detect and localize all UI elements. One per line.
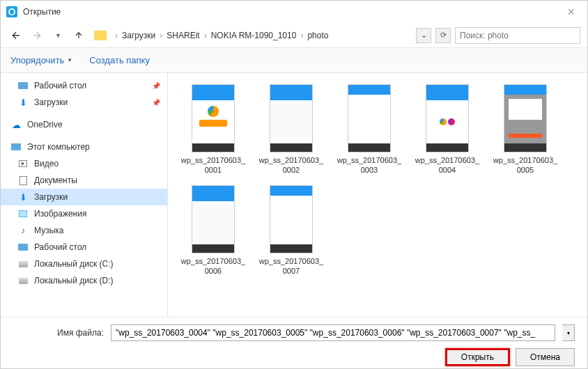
sidebar: Рабочий стол 📌 Загрузки 📌 OneDrive Этот …: [1, 73, 168, 317]
file-label: wp_ss_20170603_0004: [413, 155, 481, 175]
file-item[interactable]: wp_ss_20170603_0005: [488, 81, 562, 178]
sidebar-item-downloads[interactable]: Загрузки 📌: [1, 94, 167, 111]
filename-input[interactable]: [111, 324, 555, 341]
onedrive-icon: [10, 120, 22, 129]
navigation-bar: ▾ › Загрузки › SHAREit › NOKIA RM-1090_1…: [1, 23, 587, 48]
up-button[interactable]: [70, 27, 87, 44]
sidebar-item-video[interactable]: Видео: [1, 155, 167, 172]
recent-dropdown[interactable]: ▾: [49, 27, 66, 44]
video-icon: [17, 159, 29, 168]
cancel-button[interactable]: Отмена: [516, 348, 575, 366]
crumb-item[interactable]: photo: [304, 31, 331, 40]
file-thumbnail: [504, 84, 547, 152]
crumb-item[interactable]: NOKIA RM-1090_1010: [208, 31, 300, 40]
back-button[interactable]: [8, 27, 24, 44]
file-item[interactable]: wp_ss_20170603_0006: [176, 182, 250, 279]
music-icon: [17, 226, 29, 235]
file-label: wp_ss_20170603_0003: [335, 155, 403, 175]
sidebar-item-label: Музыка: [34, 226, 63, 235]
forward-button[interactable]: [29, 27, 45, 44]
file-thumbnail: [192, 185, 235, 253]
docs-icon: [17, 175, 29, 185]
file-item[interactable]: wp_ss_20170603_0004: [410, 81, 484, 178]
sidebar-item-label: Видео: [34, 159, 59, 168]
search-input[interactable]: [455, 27, 580, 44]
file-thumbnail: [348, 84, 391, 152]
pin-icon: 📌: [152, 82, 160, 90]
crumb-sep: ›: [158, 31, 164, 40]
disk-icon: [17, 276, 29, 285]
images-icon: [17, 209, 29, 219]
sidebar-item-label: Рабочий стол: [34, 242, 86, 252]
sidebar-item-disk-d[interactable]: Локальный диск (D:): [1, 272, 167, 289]
file-label: wp_ss_20170603_0001: [179, 155, 247, 175]
dialog-title: Открытие: [23, 7, 561, 17]
sidebar-item-label: OneDrive: [27, 120, 63, 129]
chevron-down-icon: ▼: [67, 57, 72, 63]
folder-icon: [94, 31, 107, 40]
file-thumbnail: [270, 84, 313, 152]
bottom-bar: Имя файла: ▾ Открыть Отмена: [1, 317, 587, 369]
crumb-item[interactable]: SHAREit: [164, 31, 202, 40]
sidebar-item-label: Загрузки: [34, 192, 68, 202]
file-thumbnail: [192, 84, 235, 152]
new-folder-button[interactable]: Создать папку: [89, 55, 150, 65]
sidebar-item-label: Загрузки: [34, 97, 68, 107]
sidebar-item-desktop[interactable]: Рабочий стол 📌: [1, 77, 167, 94]
crumb-sep: ›: [203, 31, 208, 40]
file-list[interactable]: wp_ss_20170603_0001wp_ss_20170603_0002wp…: [168, 73, 587, 317]
pin-icon: 📌: [152, 99, 160, 107]
file-thumbnail: [426, 84, 469, 152]
toolbar: Упорядочить ▼ Создать папку: [1, 48, 587, 73]
sidebar-item-desktop-pc[interactable]: Рабочий стол: [1, 239, 167, 256]
download-icon: [17, 97, 29, 107]
filename-label: Имя файла:: [13, 328, 104, 338]
close-button[interactable]: ✕: [561, 5, 582, 19]
file-item[interactable]: wp_ss_20170603_0003: [332, 81, 406, 178]
download-icon: [17, 192, 29, 202]
sidebar-item-label: Локальный диск (D:): [34, 276, 114, 285]
file-label: wp_ss_20170603_0005: [491, 155, 559, 175]
sidebar-onedrive[interactable]: OneDrive: [1, 116, 167, 133]
sidebar-item-images[interactable]: Изображения: [1, 205, 167, 222]
sidebar-item-label: Этот компьютер: [27, 142, 90, 152]
file-item[interactable]: wp_ss_20170603_0002: [254, 81, 328, 178]
breadcrumb[interactable]: › Загрузки › SHAREit › NOKIA RM-1090_101…: [114, 31, 412, 40]
sidebar-item-label: Рабочий стол: [34, 81, 86, 91]
disk-icon: [17, 259, 29, 269]
file-label: wp_ss_20170603_0007: [257, 256, 325, 276]
sidebar-item-downloads-pc[interactable]: Загрузки: [1, 189, 167, 205]
file-item[interactable]: wp_ss_20170603_0007: [254, 182, 328, 279]
sidebar-item-label: Изображения: [34, 209, 86, 219]
crumb-sep: ›: [114, 31, 119, 40]
sidebar-item-documents[interactable]: Документы: [1, 172, 167, 189]
file-label: wp_ss_20170603_0002: [257, 155, 325, 175]
filename-dropdown[interactable]: ▾: [562, 324, 575, 341]
sidebar-item-music[interactable]: Музыка: [1, 222, 167, 239]
sidebar-item-label: Документы: [34, 175, 77, 185]
sidebar-item-label: Локальный диск (C:): [34, 259, 114, 269]
desktop-icon: [17, 81, 29, 91]
path-dropdown[interactable]: ⌄: [416, 28, 431, 43]
file-thumbnail: [270, 185, 313, 253]
crumb-sep: ›: [299, 31, 304, 40]
file-label: wp_ss_20170603_0006: [179, 256, 247, 276]
sidebar-item-disk-c[interactable]: Локальный диск (C:): [1, 256, 167, 272]
titlebar: Открытие ✕: [1, 1, 587, 23]
app-icon: [6, 6, 17, 17]
refresh-button[interactable]: ⟳: [435, 28, 451, 43]
file-item[interactable]: wp_ss_20170603_0001: [176, 81, 250, 178]
desktop-icon: [17, 242, 29, 252]
sidebar-this-pc[interactable]: Этот компьютер: [1, 139, 167, 155]
pc-icon: [10, 142, 22, 152]
open-button[interactable]: Открыть: [445, 348, 510, 366]
crumb-item[interactable]: Загрузки: [119, 31, 158, 40]
organize-button[interactable]: Упорядочить ▼: [10, 55, 72, 65]
content-area: Рабочий стол 📌 Загрузки 📌 OneDrive Этот …: [1, 73, 587, 317]
